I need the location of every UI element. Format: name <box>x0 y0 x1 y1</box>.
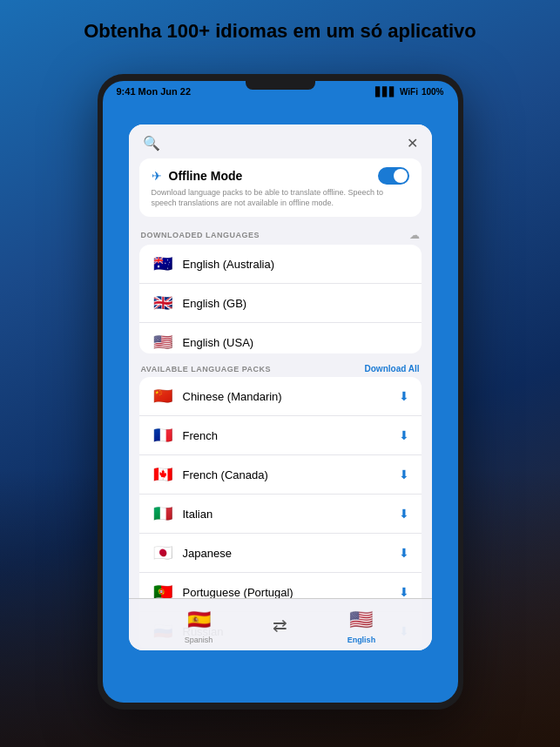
download-all-button[interactable]: Download All <box>365 364 420 374</box>
language-name: Chinese (Mandarin) <box>183 390 390 403</box>
flag-china: 🇨🇳 <box>152 385 174 407</box>
signal-icon: ▋▋▋ <box>375 87 396 97</box>
language-name: Italian <box>183 508 390 521</box>
downloaded-title: DOWNLOADED LANGUAGES <box>141 231 260 239</box>
tablet-screen: 9:41 Mon Jun 22 ▋▋▋ WiFi 100% 🔍 ✕ ✈ Offl… <box>103 81 458 703</box>
flag-france: 🇫🇷 <box>152 424 174 447</box>
download-icon[interactable]: ⬇ <box>399 428 409 442</box>
flag-japan: 🇯🇵 <box>152 542 174 564</box>
airplane-icon: ✈ <box>152 169 162 183</box>
download-icon[interactable]: ⬇ <box>399 507 409 521</box>
list-item[interactable]: 🇮🇹 Italian ⬇ <box>139 495 422 534</box>
download-icon[interactable]: ⬇ <box>399 468 409 481</box>
downloaded-section-header: DOWNLOADED LANGUAGES ☁ <box>129 224 432 245</box>
cloud-icon[interactable]: ☁ <box>409 229 420 241</box>
list-item[interactable]: 🇨🇦 French (Canada) ⬇ <box>139 455 422 495</box>
flag-canada: 🇨🇦 <box>152 463 174 486</box>
status-time: 9:41 Mon Jun 22 <box>117 86 192 97</box>
downloaded-languages-list: 🇦🇺 English (Australia) 🇬🇧 English (GB) 🇺… <box>139 245 422 353</box>
search-row: 🔍 ✕ <box>129 124 432 158</box>
offline-description: Download language packs to be able to tr… <box>152 188 409 208</box>
list-item[interactable]: 🇫🇷 French ⬇ <box>139 416 422 455</box>
nav-swap-button[interactable]: ⇄ <box>273 615 287 636</box>
list-item[interactable]: 🇯🇵 Japanese ⬇ <box>139 534 422 573</box>
list-item[interactable]: 🇨🇳 Chinese (Mandarin) ⬇ <box>139 377 422 416</box>
swap-icon[interactable]: ⇄ <box>273 615 287 636</box>
flag-gb: 🇬🇧 <box>152 292 174 314</box>
flag-italy: 🇮🇹 <box>152 502 174 525</box>
wifi-icon: WiFi <box>400 87 418 97</box>
list-item: 🇬🇧 English (GB) <box>139 284 422 323</box>
offline-left: ✈ Offline Mode <box>152 169 243 183</box>
close-icon[interactable]: ✕ <box>407 135 418 151</box>
source-flag: 🇪🇸 <box>185 606 213 634</box>
list-item: 🇦🇺 English (Australia) <box>139 245 422 284</box>
nav-target-language[interactable]: 🇺🇸 English <box>347 606 376 644</box>
page-title: Obtenha 100+ idiomas em um só aplicativo <box>0 19 560 44</box>
flag-usa: 🇺🇸 <box>152 331 174 353</box>
language-name: French (Canada) <box>183 468 390 481</box>
modal-container: 🔍 ✕ ✈ Offline Mode Download language pac… <box>129 124 432 650</box>
offline-toggle[interactable] <box>378 167 409 185</box>
available-title: AVAILABLE LANGUAGE PACKS <box>141 365 272 374</box>
nav-source-language[interactable]: 🇪🇸 Spanish <box>185 606 213 644</box>
status-right: ▋▋▋ WiFi 100% <box>375 87 444 97</box>
battery-icon: 100% <box>422 87 444 97</box>
offline-section: ✈ Offline Mode Download language packs t… <box>139 158 422 217</box>
list-item: 🇺🇸 English (USA) <box>139 323 422 353</box>
tablet-frame: 9:41 Mon Jun 22 ▋▋▋ WiFi 100% 🔍 ✕ ✈ Offl… <box>98 74 463 710</box>
toggle-knob <box>394 169 408 183</box>
download-icon[interactable]: ⬇ <box>399 546 409 560</box>
target-label: English <box>347 636 376 644</box>
language-name: English (Australia) <box>183 258 409 271</box>
available-section-header: AVAILABLE LANGUAGE PACKS Download All <box>129 359 432 377</box>
search-icon[interactable]: 🔍 <box>143 135 160 151</box>
offline-mode-label: Offline Mode <box>169 169 243 183</box>
language-name: French <box>183 429 390 442</box>
target-flag: 🇺🇸 <box>347 606 375 634</box>
language-name: Portuguese (Portugal) <box>183 586 390 599</box>
source-label: Spanish <box>185 636 213 644</box>
flag-australia: 🇦🇺 <box>152 252 174 275</box>
language-name: Japanese <box>183 547 390 560</box>
offline-mode-row: ✈ Offline Mode <box>152 167 409 185</box>
camera-notch <box>246 81 315 90</box>
language-name: English (GB) <box>183 297 409 310</box>
download-icon[interactable]: ⬇ <box>399 585 409 599</box>
bottom-navigation: 🇪🇸 Spanish ⇄ 🇺🇸 English <box>129 598 432 650</box>
language-name: English (USA) <box>183 336 409 349</box>
download-icon[interactable]: ⬇ <box>399 389 409 403</box>
